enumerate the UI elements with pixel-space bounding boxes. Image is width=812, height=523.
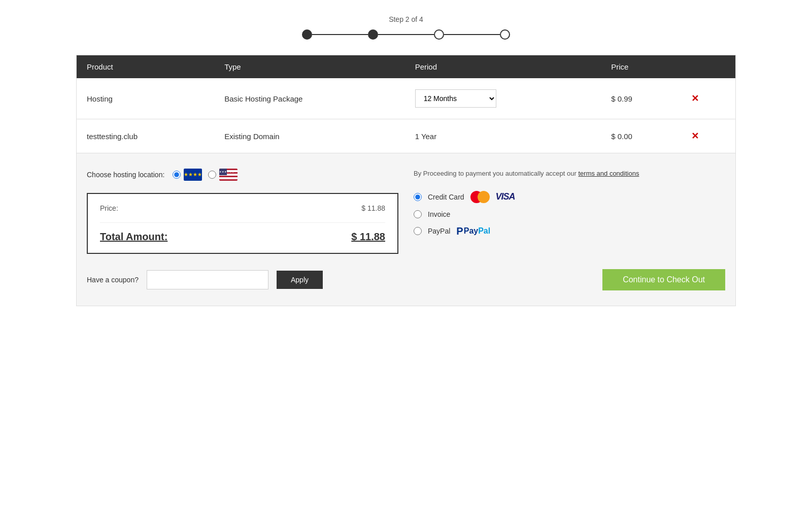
step-line-1 [312,34,368,35]
total-row: Total Amount: $ 11.88 [100,222,385,243]
table-row: Hosting Basic Hosting Package 12 Months … [77,78,736,119]
col-period: Period [405,55,601,79]
coupon-checkout-row: Have a coupon? Apply Continue to Check O… [87,269,725,290]
payment-option-credit-card[interactable]: Credit Card VISA [414,191,725,203]
period-select-1[interactable]: 12 Months [415,89,496,108]
paypal-label: PayPal [428,227,450,235]
payment-option-paypal[interactable]: PayPal P PayPal [414,225,725,237]
total-value: $ 11.88 [351,231,385,243]
us-flag: ★★★★★★★★★ [219,169,238,181]
mastercard-icon [470,191,490,203]
step-label: Step 2 of 4 [76,15,736,23]
price-value: $ 11.88 [361,204,385,212]
invoice-label: Invoice [428,210,450,218]
col-type: Type [214,55,404,79]
row1-period[interactable]: 12 Months [405,78,601,119]
visa-icon: VISA [496,191,515,202]
right-column: By Proceeding to payment you automatical… [414,169,725,254]
step-header: Step 2 of 4 [76,15,736,40]
step-3-circle [434,29,444,40]
total-label: Total Amount: [100,231,167,243]
row1-product: Hosting [77,78,215,119]
terms-link[interactable]: terms and conditions [578,170,639,177]
price-row: Price: $ 11.88 [100,204,385,212]
order-table: Product Type Period Price Hosting Basic … [76,55,736,153]
col-price: Price [601,55,681,79]
step-line-2 [378,34,434,35]
step-track [76,29,736,40]
paypal-radio[interactable] [414,227,422,235]
us-radio[interactable] [208,171,216,179]
remove-row2-button[interactable]: ✕ [691,130,699,142]
credit-card-radio[interactable] [414,193,422,201]
step-line-3 [444,34,500,35]
payment-options: Credit Card VISA Invoice [414,191,725,237]
col-product: Product [77,55,215,79]
step-4-circle [500,29,510,40]
location-row: Choose hosting location: ★★★★★★★★★★★★ [87,169,398,181]
eu-radio[interactable] [173,171,181,179]
paypal-icon: P PayPal [456,225,490,237]
row2-type: Existing Domain [214,119,404,153]
row1-price: $ 0.99 [601,78,681,119]
coupon-input[interactable] [147,270,268,289]
invoice-radio[interactable] [414,210,422,218]
eu-flag: ★★★★★★★★★★★★ [184,169,202,181]
bottom-section: Choose hosting location: ★★★★★★★★★★★★ [76,153,736,306]
price-box: Price: $ 11.88 Total Amount: $ 11.88 [87,193,398,254]
location-label: Choose hosting location: [87,171,164,179]
terms-text: By Proceeding to payment you automatical… [414,169,725,179]
step-2-circle [368,29,378,40]
credit-card-label: Credit Card [428,193,464,201]
eu-option[interactable]: ★★★★★★★★★★★★ [173,169,202,181]
coupon-label: Have a coupon? [87,276,139,284]
apply-button[interactable]: Apply [277,271,323,289]
bottom-grid: Choose hosting location: ★★★★★★★★★★★★ [87,169,725,254]
row1-type: Basic Hosting Package [214,78,404,119]
table-row: testtesting.club Existing Domain 1 Year … [77,119,736,153]
checkout-button[interactable]: Continue to Check Out [602,269,725,290]
price-label: Price: [100,204,118,212]
row2-period: 1 Year [405,119,601,153]
us-option[interactable]: ★★★★★★★★★ [208,169,238,181]
row2-price: $ 0.00 [601,119,681,153]
payment-option-invoice[interactable]: Invoice [414,210,725,218]
step-1-circle [302,29,312,40]
left-column: Choose hosting location: ★★★★★★★★★★★★ [87,169,398,254]
row2-product: testtesting.club [77,119,215,153]
remove-row1-button[interactable]: ✕ [691,93,699,104]
